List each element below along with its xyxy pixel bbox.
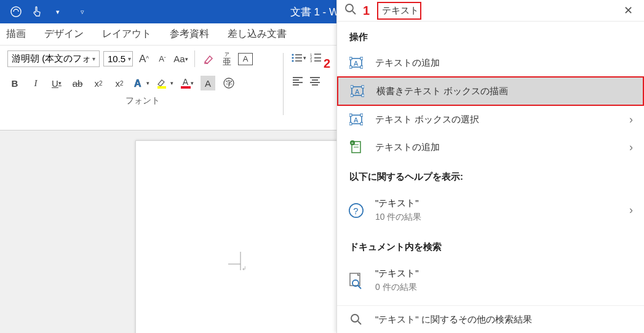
svg-rect-47 (360, 122, 363, 125)
action-draw-horizontal-textbox[interactable]: A 横書きテキスト ボックスの描画 (337, 76, 644, 106)
tab-references[interactable]: 参考資料 (170, 28, 209, 41)
touch-mode-icon[interactable] (30, 4, 44, 19)
svg-rect-46 (349, 122, 352, 125)
superscript-button[interactable]: x2 (112, 76, 127, 90)
add-page-icon: + (348, 140, 364, 154)
underline-button[interactable]: U ▾ (49, 76, 64, 90)
svg-rect-34 (349, 66, 352, 68)
svg-rect-33 (360, 57, 363, 60)
textbox-icon: A (348, 113, 364, 126)
italic-button[interactable]: I (28, 76, 43, 90)
character-shading-button[interactable]: A (201, 76, 215, 90)
more-results[interactable]: "テキスト" に関するその他の検索結果 (337, 305, 644, 333)
find-count: 0 件の結果 (375, 282, 419, 293)
quick-access-toolbar: ▾ ▿ (0, 4, 90, 19)
search-input[interactable] (377, 2, 421, 20)
chevron-down-icon: ▾ (128, 55, 131, 62)
svg-rect-12 (314, 54, 321, 55)
search-icon (344, 3, 357, 18)
highlight-button[interactable]: ▾ (156, 76, 173, 90)
change-case-button[interactable]: Aa▾ (173, 52, 188, 66)
help-result[interactable]: ? "テキスト" 10 件の結果 › (337, 189, 644, 231)
strikethrough-button[interactable]: ab (70, 76, 85, 90)
font-color-button[interactable]: A▾ (180, 76, 194, 90)
svg-rect-6 (295, 54, 302, 55)
action-select-textbox[interactable]: A テキスト ボックスの選択 › (337, 106, 644, 133)
annotation-2: 2 (324, 57, 330, 71)
font-group-label: フォント (125, 94, 160, 110)
action-add-text[interactable]: A テキストの追加 (337, 49, 644, 76)
svg-point-7 (292, 57, 293, 58)
textbox-icon: A (348, 57, 364, 69)
text-effects-button[interactable]: A▾ (133, 76, 149, 90)
chevron-right-icon: › (629, 141, 633, 154)
tab-layout[interactable]: レイアウト (102, 28, 151, 41)
svg-text:A: A (354, 60, 359, 67)
svg-rect-40 (351, 94, 353, 97)
align-left-button[interactable] (291, 74, 306, 89)
help-count: 10 件の結果 (375, 212, 421, 223)
svg-text:?: ? (353, 206, 358, 215)
chevron-down-icon: ▾ (92, 55, 95, 62)
autosave-icon[interactable] (9, 4, 23, 19)
svg-rect-39 (362, 86, 364, 88)
svg-point-28 (346, 4, 353, 12)
tab-draw[interactable]: 描画 (6, 28, 26, 41)
svg-rect-35 (360, 66, 363, 68)
svg-text:A: A (134, 78, 141, 89)
subscript-button[interactable]: x2 (91, 76, 106, 90)
svg-point-5 (292, 54, 293, 55)
find-in-document[interactable]: "テキスト" 0 件の結果 (337, 259, 644, 302)
svg-rect-2 (157, 86, 166, 89)
tab-mailings[interactable]: 差し込み文書 (228, 28, 287, 41)
chevron-right-icon: › (629, 204, 633, 217)
tell-me-search-panel: 1 ✕ 操作 A テキストの追加 A 横書きテキスト ボックスの描画 A テキス… (336, 0, 644, 333)
svg-rect-21 (310, 77, 320, 78)
search-header: 1 ✕ (337, 0, 644, 22)
svg-text:+: + (351, 140, 354, 146)
find-document-icon (348, 272, 364, 289)
tab-design[interactable]: デザイン (44, 28, 84, 41)
svg-line-59 (358, 321, 361, 324)
close-button[interactable]: ✕ (620, 1, 637, 20)
annotation-1: 1 (363, 4, 370, 18)
action-label: テキスト ボックスの選択 (375, 114, 479, 126)
svg-text:A: A (354, 116, 359, 124)
textbox-icon: A (349, 85, 365, 97)
svg-rect-38 (351, 86, 353, 88)
section-find-title: ドキュメント内を検索 (337, 231, 644, 259)
svg-line-29 (352, 11, 356, 14)
svg-rect-10 (295, 60, 302, 62)
font-name-combo[interactable]: 游明朝 (本文のフォ ▾ (7, 50, 100, 67)
svg-point-58 (351, 315, 359, 322)
action-add-text-page[interactable]: + テキストの追加 › (337, 133, 644, 161)
search-icon (348, 313, 364, 326)
svg-rect-24 (312, 84, 318, 86)
grow-font-button[interactable]: A^ (137, 52, 151, 66)
font-size-value: 10.5 (108, 54, 125, 64)
action-label: テキストの追加 (375, 142, 440, 153)
svg-rect-18 (293, 79, 299, 81)
bold-button[interactable]: B (7, 76, 22, 90)
svg-rect-44 (349, 114, 352, 116)
numbering-button[interactable]: 123 (309, 50, 324, 65)
font-size-combo[interactable]: 10.5 ▾ (103, 51, 133, 66)
phonetic-guide-button[interactable]: ア亜 (220, 52, 234, 66)
svg-rect-20 (293, 84, 299, 86)
bullets-button[interactable]: ▾ (291, 50, 306, 65)
qat-overflow-icon[interactable]: ▿ (75, 4, 90, 19)
svg-text:A: A (355, 88, 360, 95)
section-help-title: 以下に関するヘルプを表示: (337, 161, 644, 189)
clear-formatting-button[interactable] (201, 52, 216, 66)
character-border-button[interactable]: A (238, 53, 253, 65)
help-icon: ? (348, 202, 364, 219)
shrink-font-button[interactable]: Aˇ (155, 52, 170, 66)
align-center-button[interactable] (308, 74, 323, 89)
qat-dropdown-icon[interactable]: ▾ (50, 4, 65, 19)
svg-text:字: 字 (226, 79, 233, 87)
svg-rect-32 (349, 57, 352, 60)
svg-rect-22 (312, 79, 318, 81)
svg-point-0 (11, 7, 21, 17)
enclose-characters-button[interactable]: 字 (221, 76, 236, 90)
svg-point-9 (292, 60, 293, 62)
